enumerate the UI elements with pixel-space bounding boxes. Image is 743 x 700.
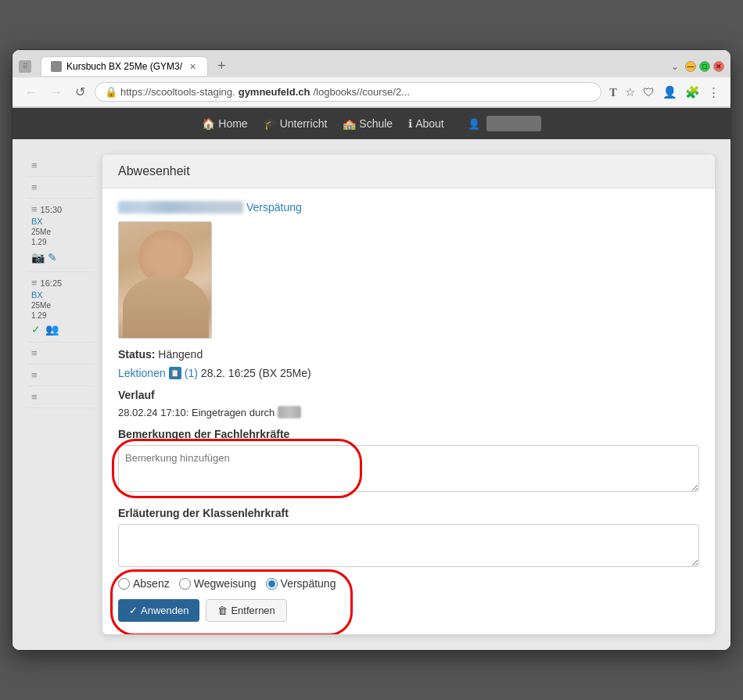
url-prefix: https://scooltools-staging. [120, 86, 235, 98]
verlauf-title: Verlauf [118, 389, 699, 401]
radio-wegweisung[interactable] [179, 578, 191, 590]
tab-bar: ⠿ Kursbuch BX 25Me (GYM3/ ✕ + ⌄ — □ ✕ [13, 50, 730, 77]
verlauf-text: 28.02.24 17:10: Eingetragen durch [118, 407, 275, 418]
erlaeuterung-textarea[interactable] [118, 524, 699, 567]
bemerkungen-textarea[interactable] [118, 445, 699, 492]
lektionen-count: (1) [185, 367, 198, 379]
new-tab-button[interactable]: + [211, 55, 232, 77]
unterricht-icon: 🎓 [264, 117, 277, 130]
sidebar-item-2[interactable]: ≡ [28, 177, 95, 199]
sidebar-item-5[interactable]: ≡ [28, 343, 95, 364]
remove-button[interactable]: 🗑 Entfernen [206, 599, 286, 622]
bottom-controls: Absenz Wegweisung Verspätung [118, 577, 336, 622]
site-nav: 🏠 Home 🎓 Unterricht 🏫 Schule ℹ About 👤 [13, 108, 730, 139]
sidebar-item-3[interactable]: ≡ 15:30 BX 25Me 1.29 📷 ✎ [28, 199, 95, 272]
minimize-button[interactable]: — [685, 61, 696, 72]
student-name-blurred [118, 201, 243, 214]
users-icon[interactable]: 👥 [45, 323, 59, 336]
check-icon-btn: ✓ [129, 605, 138, 616]
action-buttons: ✓ Anwenden 🗑 Entfernen [118, 599, 336, 622]
list-icon-5: ≡ [31, 347, 38, 359]
verlauf-line: 28.02.24 17:10: Eingetragen durch [118, 406, 699, 418]
radio-wegweisung-text: Wegweisung [194, 577, 257, 590]
sidebar-item-1[interactable]: ≡ [28, 155, 95, 177]
extensions-button[interactable]: 🧩 [684, 84, 702, 101]
modal-body: Verspätung Status: Hängend Lektionen 📋 (… [102, 188, 715, 634]
nav-unterricht[interactable]: 🎓 Unterricht [264, 117, 328, 130]
apps-button[interactable]: ⠿ [19, 60, 31, 73]
radio-absenz-text: Absenz [133, 577, 170, 590]
bemerkungen-container [118, 445, 699, 494]
address-icons: 𝐓 ☆ 🛡 👤 🧩 ⋮ [608, 84, 721, 101]
radio-absenz-label[interactable]: Absenz [118, 577, 170, 590]
active-tab[interactable]: Kursbuch BX 25Me (GYM3/ ✕ [41, 56, 208, 76]
lektionen-label: Lektionen [118, 367, 166, 379]
window-controls: ⠿ [19, 60, 31, 73]
erlaeuterung-title: Erläuterung der Klassenlehrkraft [118, 507, 699, 519]
sidebar-item-7[interactable]: ≡ [28, 386, 95, 408]
tab-list-button[interactable]: ⌄ [668, 59, 682, 74]
forward-button[interactable]: → [47, 84, 66, 101]
info-icon: ℹ [408, 117, 412, 130]
url-bar[interactable]: 🔒 https://scooltools-staging.gymneufeld.… [95, 82, 601, 102]
address-bar: ← → ↺ 🔒 https://scooltools-staging.gymne… [13, 77, 730, 107]
apply-label: Anwenden [141, 605, 188, 616]
bookmark-button[interactable]: ☆ [623, 84, 637, 101]
tab-title: Kursbuch BX 25Me (GYM3/ [66, 61, 182, 72]
status-label: Status: [118, 348, 155, 361]
lektionen-line[interactable]: Lektionen 📋 (1) 28.2. 16:25 (BX 25Me) [118, 367, 699, 379]
photo-icon[interactable]: 📷 [31, 251, 45, 264]
modal-area: Abwesenheit Verspätung Status: Hängend L… [102, 155, 715, 634]
list-icon-7: ≡ [31, 391, 38, 403]
sidebar-item-4[interactable]: ≡ 16:25 BX 25Me 1.29 ✓ 👥 [28, 272, 95, 343]
nav-schule[interactable]: 🏫 Schule [343, 117, 393, 130]
schule-icon: 🏫 [343, 117, 356, 130]
radio-group: Absenz Wegweisung Verspätung [118, 577, 336, 590]
edit-icon[interactable]: ✎ [48, 251, 57, 264]
list-icon-2: ≡ [31, 181, 38, 193]
student-photo [118, 221, 212, 339]
radio-absenz[interactable] [118, 578, 130, 590]
maximize-button[interactable]: □ [699, 61, 710, 72]
radio-verspaetung-label[interactable]: Verspätung [266, 577, 336, 590]
status-value: Hängend [158, 348, 203, 361]
back-button[interactable]: ← [22, 84, 41, 101]
close-button[interactable]: ✕ [713, 61, 724, 72]
modal-title: Abwesenheit [118, 164, 190, 178]
title-bar: ⠿ Kursbuch BX 25Me (GYM3/ ✕ + ⌄ — □ ✕ ← … [13, 50, 730, 108]
home-icon: 🏠 [202, 117, 215, 130]
nav-home[interactable]: 🏠 Home [202, 117, 247, 130]
list-icon-3: ≡ [31, 203, 38, 215]
tab-favicon [51, 61, 62, 72]
shield-button[interactable]: 🛡 [641, 84, 656, 100]
check-icon: ✓ [31, 323, 41, 336]
window-controls-right: ⌄ — □ ✕ [668, 59, 724, 74]
sidebar: ≡ ≡ ≡ 15:30 BX 25Me 1.29 📷 ✎ ≡ [28, 155, 95, 634]
page-content: ≡ ≡ ≡ 15:30 BX 25Me 1.29 📷 ✎ ≡ [13, 139, 730, 650]
refresh-button[interactable]: ↺ [72, 83, 88, 101]
lektionen-detail: 28.2. 16:25 (BX 25Me) [201, 367, 311, 379]
student-link-label: Verspätung [246, 201, 302, 214]
verlauf-avatar-blurred [278, 406, 301, 418]
list-icon-6: ≡ [31, 369, 38, 381]
menu-button[interactable]: ⋮ [706, 84, 721, 101]
radio-wegweisung-label[interactable]: Wegweisung [179, 577, 257, 590]
sidebar-item-6[interactable]: ≡ [28, 364, 95, 386]
student-link[interactable]: Verspätung [118, 201, 699, 214]
list-icon-1: ≡ [31, 160, 38, 171]
radio-verspaetung[interactable] [266, 578, 278, 590]
apply-button[interactable]: ✓ Anwenden [118, 599, 199, 622]
sidebar-actions-1: 📷 ✎ [31, 248, 57, 267]
user-icon: 👤 [468, 118, 480, 130]
translate-button[interactable]: 𝐓 [608, 84, 619, 101]
remove-label: Entfernen [231, 605, 275, 616]
user-avatar-placeholder [486, 116, 541, 131]
url-domain: gymneufeld.ch [239, 86, 310, 98]
profile-button[interactable]: 👤 [661, 84, 679, 101]
nav-about[interactable]: ℹ About [408, 117, 444, 130]
tab-close-button[interactable]: ✕ [187, 61, 198, 72]
lektionen-icon: 📋 [169, 367, 181, 379]
modal-header: Abwesenheit [102, 155, 715, 188]
status-line: Status: Hängend [118, 348, 699, 361]
user-area[interactable]: 👤 [468, 116, 541, 131]
